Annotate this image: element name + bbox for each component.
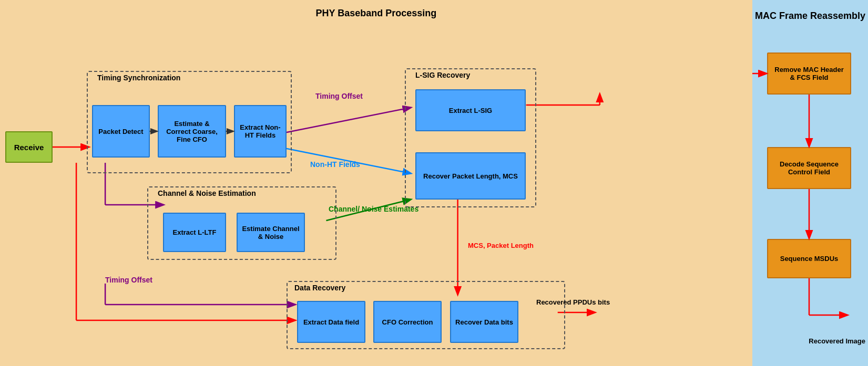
channel-noise-estimates-label: Channel/ Noise Estimates [329,205,418,213]
lsig-recovery-label: L-SIG Recovery [415,71,470,79]
phy-section: PHY Baseband Processing [0,0,752,366]
extract-non-ht-box: Extract Non-HT Fields [234,105,287,158]
extract-data-box: Extract Data field [297,301,365,343]
data-recovery-label: Data Recovery [294,284,345,292]
channel-noise-label: Channel & Noise Estimation [158,189,256,197]
recover-data-box: Recover Data bits [450,301,518,343]
sequence-msdus-box: Sequence MSDUs [767,239,851,278]
packet-detect-box: Packet Detect [92,105,150,158]
decode-sequence-box: Decode Sequence Control Field [767,147,851,189]
estimate-channel-box: Estimate Channel & Noise [237,213,305,252]
timing-offset-label-2: Timing Offset [105,276,152,284]
main-container: PHY Baseband Processing [0,0,868,366]
mac-section: MAC Frame Reassembly Remove MAC Header &… [752,0,868,366]
svg-line-1 [279,108,410,134]
mac-title: MAC Frame Reassembly [752,11,868,22]
receive-box: Receive [5,131,53,163]
recovered-image-label: Recovered Image [809,337,865,345]
extract-lsig-box: Extract L-SIG [415,89,526,131]
extract-lltf-box: Extract L-LTF [163,213,226,252]
timing-sync-label: Timing Synchronization [97,74,180,82]
remove-mac-box: Remove MAC Header & FCS Field [767,53,851,95]
recover-packet-box: Recover Packet Length, MCS [415,152,526,200]
cfo-correction-box: CFO Correction [373,301,442,343]
non-ht-fields-label: Non-HT Fields [310,160,360,169]
phy-title: PHY Baseband Processing [5,8,747,19]
estimate-correct-box: Estimate & Correct Coarse, Fine CFO [158,105,226,158]
recovered-ppdus-label: Recovered PPDUs bits [536,298,610,306]
timing-offset-label-1: Timing Offset [315,92,363,100]
mcs-packet-label: MCS, Packet Length [468,242,534,249]
